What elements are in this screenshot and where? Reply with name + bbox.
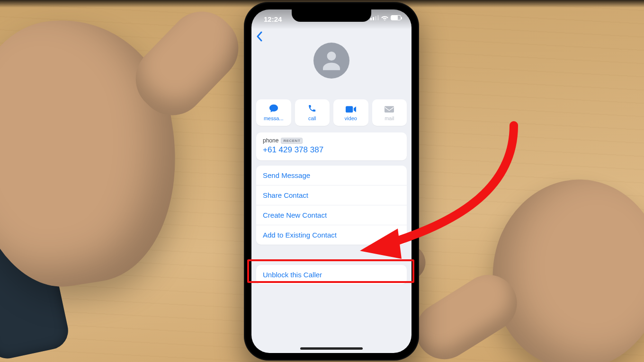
unblock-section: Unblock this Caller (256, 265, 407, 284)
mail-icon (385, 105, 394, 114)
right-hand (472, 162, 644, 362)
left-thumb (122, 0, 252, 129)
notch (292, 9, 371, 22)
contact-action-row: messa... call video mail (256, 99, 407, 126)
wifi-icon (381, 15, 388, 20)
recent-badge: RECENT (281, 138, 303, 144)
phone-screen: 12:24 messa... (251, 9, 411, 353)
back-button[interactable] (256, 30, 263, 45)
call-button[interactable]: call (295, 99, 330, 126)
create-new-contact-row[interactable]: Create New Contact (256, 205, 407, 225)
video-label: video (345, 115, 357, 121)
send-message-row[interactable]: Send Message (256, 166, 407, 185)
svg-rect-1 (385, 106, 394, 112)
phone-icon (308, 104, 316, 114)
unblock-caller-row[interactable]: Unblock this Caller (256, 265, 407, 284)
phone-number-section[interactable]: phone RECENT +61 429 378 387 (256, 132, 407, 160)
contact-options-list: Send Message Share Contact Create New Co… (256, 166, 407, 245)
watch-band (0, 225, 72, 362)
person-icon (319, 48, 344, 73)
phone-number-value[interactable]: +61 429 378 387 (263, 145, 400, 155)
message-button[interactable]: messa... (256, 99, 291, 126)
video-icon (346, 105, 356, 114)
chevron-left-icon (256, 31, 263, 42)
iphone-frame: 12:24 messa... (244, 2, 419, 361)
home-indicator[interactable] (300, 347, 363, 350)
phone-field-label: phone (263, 137, 278, 144)
call-label: call (308, 115, 316, 121)
right-thumb (405, 264, 528, 362)
message-label: messa... (264, 115, 284, 121)
left-hand (0, 5, 195, 298)
status-time: 12:24 (264, 15, 282, 23)
message-icon (269, 104, 278, 114)
video-button[interactable]: video (333, 99, 368, 126)
share-contact-row[interactable]: Share Contact (256, 185, 407, 205)
svg-rect-0 (346, 106, 353, 113)
mail-button: mail (372, 99, 407, 126)
add-existing-contact-row[interactable]: Add to Existing Contact (256, 225, 407, 245)
contact-avatar (313, 43, 349, 79)
cellular-signal-icon (370, 15, 379, 20)
mail-label: mail (385, 115, 394, 121)
battery-icon (391, 15, 401, 20)
